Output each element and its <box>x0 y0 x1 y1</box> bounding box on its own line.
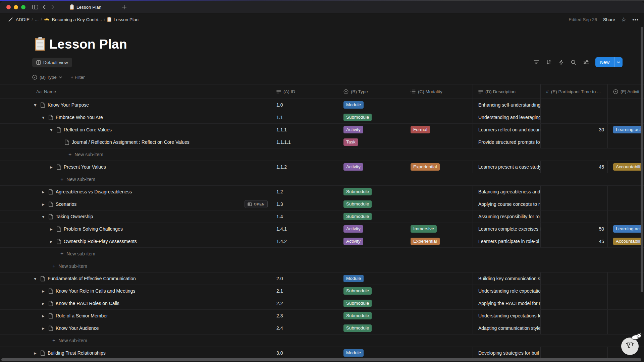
name-cell[interactable]: ▶Present Your Values <box>0 161 271 173</box>
modality-cell[interactable]: Experiential <box>405 161 473 173</box>
modality-cell[interactable] <box>405 198 473 210</box>
add-filter-button[interactable]: + Filter <box>71 75 85 80</box>
row-name[interactable]: Agreeableness vs Disagreeableness <box>56 189 132 194</box>
modality-cell[interactable] <box>405 285 473 297</box>
tag-badge-activity[interactable]: Activity <box>343 163 363 171</box>
new-sub-item-button[interactable]: +New sub-item <box>52 338 87 344</box>
tag-badge-learning[interactable]: Learning act <box>613 126 643 134</box>
row-name[interactable]: Fundamentals of Effective Communication <box>48 276 136 281</box>
vertical-scrollbar[interactable] <box>641 27 643 292</box>
participant-time-cell[interactable] <box>541 310 608 322</box>
activity-cell[interactable] <box>608 285 644 297</box>
activity-cell[interactable] <box>608 186 644 198</box>
column-header-modality[interactable]: (C) Modality <box>405 84 473 99</box>
type-cell[interactable]: Submodule <box>338 210 405 223</box>
id-cell[interactable]: 1.1.1.1 <box>271 136 338 148</box>
name-cell[interactable]: ▶Know Your Role in Calls and Meetings <box>0 285 271 297</box>
toggle-collapsed-icon[interactable]: ▶ <box>40 190 46 194</box>
participant-time-cell[interactable] <box>541 273 608 285</box>
modality-cell[interactable] <box>405 210 473 223</box>
row-name[interactable]: Know the RACI Roles on Calls <box>56 301 119 306</box>
participant-time-cell[interactable] <box>541 297 608 309</box>
modality-cell[interactable] <box>405 273 473 285</box>
description-cell[interactable]: Developing strategies for buil <box>473 347 541 359</box>
new-sub-item-cell[interactable]: +New sub-item <box>0 173 271 185</box>
participant-time-cell[interactable] <box>541 111 608 123</box>
tag-badge-module[interactable]: Module <box>343 101 364 109</box>
sliders-icon[interactable] <box>582 58 590 67</box>
tag-badge-task[interactable]: Task <box>343 138 358 146</box>
new-sub-item-button[interactable]: +New sub-item <box>60 251 95 257</box>
row-name[interactable]: Scenarios <box>56 201 76 207</box>
id-cell[interactable]: 1.1.1 <box>271 124 338 136</box>
new-sub-item-cell[interactable]: +New sub-item <box>0 260 271 272</box>
bolt-icon[interactable] <box>557 58 566 67</box>
row-name[interactable]: Building Trust Relationships <box>48 350 106 356</box>
tag-badge-module[interactable]: Module <box>343 275 364 283</box>
type-cell[interactable]: Module <box>338 99 405 111</box>
activity-cell[interactable] <box>608 99 644 111</box>
name-cell[interactable]: ▶Building Trust Relationships <box>0 347 271 359</box>
column-header-name[interactable]: Aa Name <box>0 84 271 99</box>
tag-badge-experiential[interactable]: Experiential <box>411 238 440 245</box>
description-cell[interactable]: Assuming responsibility for ro <box>473 210 541 223</box>
activity-cell[interactable] <box>608 310 644 322</box>
new-tab-button[interactable] <box>122 5 127 10</box>
participant-time-cell[interactable]: 50 <box>541 223 608 235</box>
new-sub-item-cell[interactable]: +New sub-item <box>0 248 271 260</box>
tag-badge-submodule[interactable]: Submodule <box>343 213 372 221</box>
description-cell[interactable]: Applying the RACI model for r <box>473 297 541 309</box>
type-cell[interactable]: Submodule <box>338 285 405 297</box>
group-by-type-chip[interactable]: (B) Type <box>32 75 62 80</box>
description-cell[interactable]: Understanding expectations fo <box>473 310 541 322</box>
type-cell[interactable]: Submodule <box>338 111 405 123</box>
description-cell[interactable]: Learners present a case study <box>473 161 541 173</box>
type-cell[interactable]: Submodule <box>338 186 405 198</box>
id-cell[interactable]: 3.0 <box>271 347 338 359</box>
row-name[interactable]: Know Your Role in Calls and Meetings <box>56 288 135 294</box>
type-cell[interactable]: Task <box>338 136 405 148</box>
activity-cell[interactable] <box>608 210 644 223</box>
name-cell[interactable]: ▶Problem Solving Challenges <box>0 223 271 235</box>
modality-cell[interactable] <box>405 99 473 111</box>
row-name[interactable]: Embrace Who You Are <box>56 115 103 120</box>
id-cell[interactable]: 2.2 <box>271 297 338 309</box>
description-cell[interactable]: Learners reflect on and docum <box>473 124 541 136</box>
name-cell[interactable]: ▼Reflect on Core Values <box>0 124 271 136</box>
description-cell[interactable]: Adapting communication style <box>473 322 541 334</box>
toggle-expanded-icon[interactable]: ▼ <box>32 277 38 281</box>
activity-cell[interactable] <box>608 273 644 285</box>
description-cell[interactable]: Enhancing self-understanding <box>473 99 541 111</box>
description-cell[interactable]: Provide structured prompts fo <box>473 136 541 148</box>
type-cell[interactable]: Activity <box>338 161 405 173</box>
tag-badge-accountability[interactable]: Accountabili <box>613 163 643 171</box>
tag-badge-submodule[interactable]: Submodule <box>343 287 372 295</box>
search-icon[interactable] <box>569 58 578 67</box>
more-options-icon[interactable]: ••• <box>632 17 639 22</box>
toggle-collapsed-icon[interactable]: ▶ <box>40 289 46 293</box>
name-cell[interactable]: ▶Ownership Role-Play Assessments <box>0 235 271 247</box>
description-cell[interactable]: Applying course concepts to r <box>473 198 541 210</box>
name-cell[interactable]: ▼Fundamentals of Effective Communication <box>0 273 271 285</box>
activity-cell[interactable] <box>608 297 644 309</box>
participant-time-cell[interactable] <box>541 186 608 198</box>
open-button[interactable]: OPEN <box>245 200 268 208</box>
tag-badge-formal[interactable]: Formal <box>411 126 430 134</box>
new-sub-item-cell[interactable]: +New sub-item <box>0 148 271 161</box>
share-button[interactable]: Share <box>603 17 615 22</box>
toggle-collapsed-icon[interactable]: ▶ <box>48 165 54 169</box>
id-cell[interactable]: 2.1 <box>271 285 338 297</box>
row-name[interactable]: Problem Solving Challenges <box>64 226 123 232</box>
row-name[interactable]: Role of a Senior Member <box>56 313 108 318</box>
row-name[interactable]: Present Your Values <box>64 164 106 170</box>
zoom-window-button[interactable] <box>21 5 25 9</box>
modality-cell[interactable] <box>405 111 473 123</box>
id-cell[interactable]: 2.4 <box>271 322 338 334</box>
type-cell[interactable]: Submodule <box>338 322 405 334</box>
toggle-collapsed-icon[interactable]: ▶ <box>40 314 46 318</box>
tag-badge-activity[interactable]: Activity <box>343 225 363 233</box>
sidebar-toggle-icon[interactable] <box>31 3 40 11</box>
tag-badge-submodule[interactable]: Submodule <box>343 114 372 121</box>
tag-badge-learning[interactable]: Learning act <box>613 225 643 233</box>
participant-time-cell[interactable]: 45 <box>541 235 608 247</box>
